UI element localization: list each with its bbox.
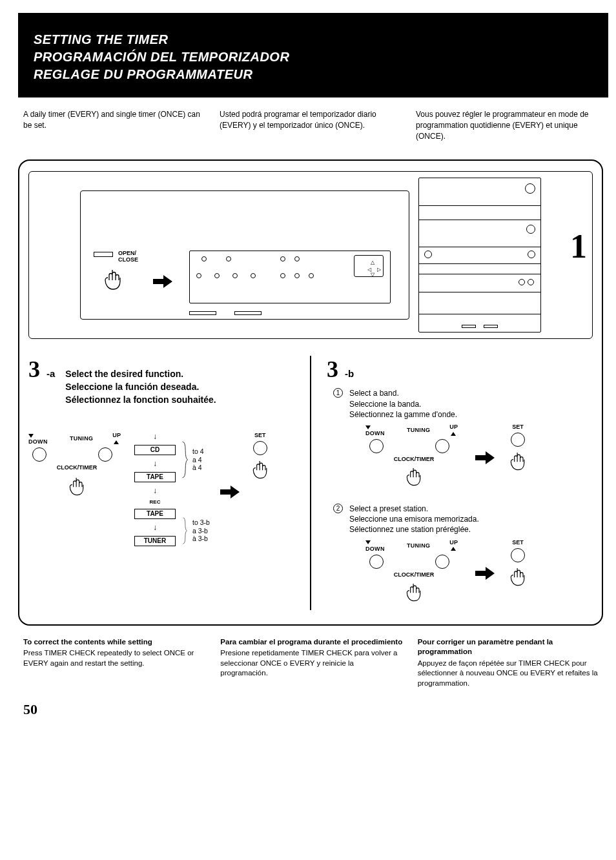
down-button-icon [32,447,46,462]
sub1-es: Seleccione la banda. [349,399,457,409]
hand-press-icon [365,580,462,610]
note-to4-es: a 4 [192,456,204,464]
hand-press-icon [101,267,125,298]
footer-fr-body: Appuyez de façon répétée sur TIMER CHECK… [418,659,601,689]
down-label: DOWN [365,430,385,436]
arrow-right-icon [219,484,241,502]
clock-timer-label: CLOCK/TIMER [365,456,462,462]
footer-fr-head: Pour corriger un paramètre pendant la pr… [418,637,601,657]
tuning-labels: DOWN TUNING UP [28,432,125,445]
tuning-label: TUNING [407,427,430,433]
footer-es-head: Para cambiar el programa durante el proc… [220,637,403,648]
intro-es: Usted podrá programar el temporizador di… [220,109,402,141]
substep-1: 1 Select a band. Seleccione la banda. Sé… [333,388,593,420]
hand-press-icon [365,465,462,495]
note-to3b-en: to 3-b [192,518,210,527]
func-rec-label: REC [150,499,161,505]
intro-en: A daily timer (EVERY) and single timer (… [23,109,205,141]
hand-press-icon [250,458,271,487]
page-number: 50 [23,701,616,718]
title-es: PROGRAMACIÓN DEL TEMPORIZADOR [34,48,593,66]
step-3b-number: 3 [327,356,338,383]
down-button-icon [369,555,384,569]
circled-2-icon: 2 [333,504,343,513]
down-button-icon [369,439,384,453]
func-tuner: TUNER [134,536,176,546]
sub2-en: Select a preset station. [349,504,479,514]
set-label: SET [508,539,528,546]
note-to4-fr: à 4 [192,464,204,472]
circled-1-icon: 1 [333,388,343,398]
set-label: SET [508,424,528,430]
footer-notes: To correct the contents while setting Pr… [0,637,616,689]
set-label: SET [250,432,271,438]
step-3a-suffix: -a [46,368,55,379]
arrow-right-icon [474,566,496,584]
intro-fr: Vous pouvez régler le programmateur en m… [416,109,598,141]
cassette-slots-icon [189,311,262,315]
function-list: ↓ CD ↓ TAPE ↓ REC TAPE ↓ TUNER [134,432,176,546]
sub2-es: Seleccione una emisora memorizada. [349,514,479,524]
footer-en-head: To correct the contents while setting [23,637,206,648]
title-fr: REGLAGE DU PROGRAMMATEUR [34,66,593,83]
footer-en-body: Press TIMER CHECK repeatedly to select O… [23,648,206,668]
note-to3b-fr: à 3-b [192,535,210,543]
func-tape: TAPE [134,472,176,482]
clock-timer-label: CLOCK/TIMER [28,464,125,471]
step-3a-title-fr: Sélectionnez la fonction souhaitée. [65,394,216,407]
set-button-icon [511,548,525,562]
arrow-right-icon [474,450,496,468]
step-3-halves: 3-a Select the desired function. Selecci… [28,356,593,609]
callout-1: 1 [570,227,587,265]
footer-es-body: Presione repetidamente TIMER CHECK para … [220,648,403,679]
tuning-label: TUNING [407,542,430,549]
intro-columns: A daily timer (EVERY) and single timer (… [0,109,616,141]
up-label: UP [449,424,458,430]
step-3b: 3-b 1 Select a band. Seleccione la banda… [327,356,593,609]
tuning-label: TUNING [70,435,93,442]
sub2-fr: Sélectionnez une station préréglée. [349,524,479,535]
vertical-divider [310,356,311,609]
device-overview-diagram: 1 2,3,4 5 1 OPEN/ CLOSE [28,171,593,339]
hand-press-icon [28,475,125,504]
title-en: SETTING THE TIMER [34,31,593,48]
step-3a-controls: DOWN TUNING UP CLOCK/TIMER [28,432,294,555]
step-3a-title-en: Select the desired function. [65,368,216,381]
step-3a: 3-a Select the desired function. Selecci… [28,356,294,609]
func-cd: CD [134,445,176,455]
clock-timer-label: CLOCK/TIMER [365,571,462,578]
open-close-button-icon [94,252,113,257]
up-button-icon [435,555,449,569]
func-rec-tape: TAPE [134,509,176,519]
up-button-icon [435,439,449,453]
step-3a-title-es: Seleccione la función deseada. [65,381,216,394]
up-button-icon [98,447,112,462]
note-to3b-es: a 3-b [192,527,210,535]
device-left-unit: OPEN/ CLOSE [80,190,409,320]
section-header: SETTING THE TIMER PROGRAMACIÓN DEL TEMPO… [18,13,608,97]
control-cluster-icon: △ ◁ ▷ ▽ [189,251,391,303]
substep-2: 2 Select a preset station. Seleccione un… [333,504,593,535]
step-3b-suffix: -b [345,368,354,379]
hand-press-icon [508,449,528,479]
open-close-label: OPEN/ CLOSE [118,251,138,263]
arrow-right-icon [152,274,174,292]
main-diagram-frame: 1 2,3,4 5 1 OPEN/ CLOSE [18,159,603,625]
up-label: UP [449,539,458,546]
note-to4-en: to 4 [192,447,204,456]
step-3a-number: 3 [28,356,40,383]
sub1-en: Select a band. [349,388,457,398]
sub1-fr: Sélectionnez la gamme d'onde. [349,409,457,420]
device-right-stack [418,178,541,333]
down-label: DOWN [28,438,48,445]
set-button-icon [511,433,525,447]
down-label: DOWN [365,546,385,552]
up-label: UP [112,432,121,438]
set-button-icon [253,441,267,455]
hand-press-icon [508,565,528,595]
